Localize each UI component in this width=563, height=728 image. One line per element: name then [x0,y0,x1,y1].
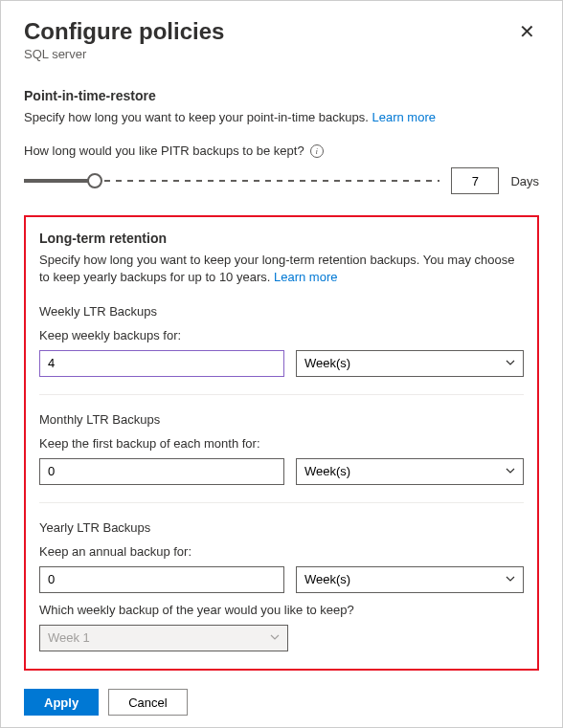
pitr-desc: Specify how long you want to keep your p… [24,109,539,126]
yearly-value-input[interactable] [39,566,284,593]
page-title: Configure policies [24,18,224,45]
page-subtitle: SQL server [24,47,224,61]
close-icon[interactable]: ✕ [515,18,539,45]
monthly-unit-select[interactable]: Week(s) [296,458,524,485]
ltr-highlight-box: Long-term retention Specify how long you… [24,215,539,670]
pitr-title: Point-in-time-restore [24,88,539,103]
ltr-learn-more-link[interactable]: Learn more [274,270,337,284]
monthly-keep-label: Keep the first backup of each month for: [39,436,524,451]
pitr-days-input[interactable] [451,167,499,194]
pitr-slider[interactable] [24,171,439,190]
monthly-value-input[interactable] [39,458,284,485]
yearly-which-select: Week 1 [39,625,288,651]
weekly-unit-select[interactable]: Week(s) [296,350,524,377]
pitr-slider-label: How long would you like PITR backups to … [24,143,304,158]
yearly-keep-label: Keep an annual backup for: [39,544,524,559]
pitr-learn-more-link[interactable]: Learn more [372,110,435,124]
ltr-desc: Specify how long you want to keep your l… [39,252,524,286]
weekly-value-input[interactable] [39,350,284,377]
pitr-days-unit: Days [510,174,539,188]
weekly-title: Weekly LTR Backups [39,304,524,319]
ltr-title: Long-term retention [39,231,524,246]
yearly-unit-select[interactable]: Week(s) [296,566,524,593]
apply-button[interactable]: Apply [24,689,99,716]
yearly-title: Yearly LTR Backups [39,520,524,535]
slider-thumb-icon[interactable] [87,173,102,188]
info-icon[interactable]: i [310,144,324,158]
monthly-title: Monthly LTR Backups [39,412,524,427]
yearly-which-label: Which weekly backup of the year would yo… [39,603,524,617]
cancel-button[interactable]: Cancel [108,689,187,716]
weekly-keep-label: Keep weekly backups for: [39,328,524,342]
